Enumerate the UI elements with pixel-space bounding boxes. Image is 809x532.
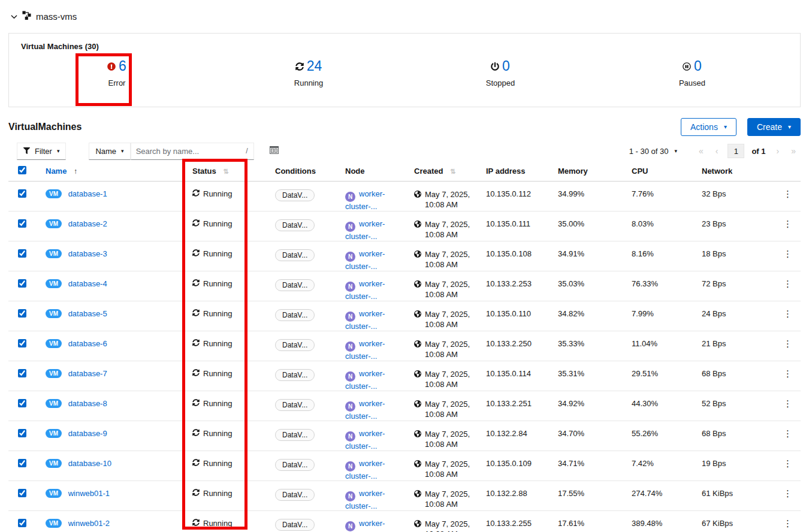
status-tile-running[interactable]: 24 Running [213, 59, 404, 87]
condition-badge[interactable]: DataV... [275, 429, 315, 441]
column-header-status[interactable]: Status ⇅ [183, 161, 265, 182]
vm-name-link[interactable]: database-7 [68, 369, 107, 378]
row-checkbox[interactable] [18, 339, 26, 347]
vm-name-link[interactable]: database-8 [68, 399, 107, 408]
column-header-created[interactable]: Created ⇅ [404, 161, 476, 182]
row-checkbox[interactable] [18, 489, 26, 497]
condition-badge[interactable]: DataV... [275, 249, 315, 261]
row-checkbox[interactable] [18, 249, 26, 258]
globe-icon [414, 520, 421, 532]
vm-name-link[interactable]: database-6 [68, 339, 107, 348]
row-checkbox[interactable] [18, 399, 26, 407]
condition-badge[interactable]: DataV... [275, 489, 315, 501]
previous-page-button[interactable]: ‹ [711, 145, 723, 157]
current-page-input[interactable] [728, 144, 744, 158]
vm-name-link[interactable]: database-5 [68, 309, 107, 318]
ip-address-cell: 10.133.2.253 [476, 271, 548, 301]
condition-badge[interactable]: DataV... [275, 339, 315, 351]
row-checkbox[interactable] [18, 309, 26, 318]
row-actions-kebab[interactable]: ⋮ [780, 399, 796, 408]
sync-icon [192, 219, 200, 228]
row-actions-kebab[interactable]: ⋮ [780, 189, 796, 198]
row-checkbox[interactable] [18, 429, 26, 437]
status-text: Running [203, 249, 232, 258]
vm-name-link[interactable]: database-2 [68, 219, 107, 228]
caret-down-icon: ▾ [674, 148, 677, 154]
chevron-down-icon[interactable] [11, 13, 17, 20]
node-kind-badge: N [345, 192, 355, 202]
manage-columns-button[interactable] [270, 146, 279, 156]
row-actions-kebab[interactable]: ⋮ [780, 489, 796, 498]
ip-address-cell: 10.135.0.110 [476, 301, 548, 331]
row-checkbox[interactable] [18, 369, 26, 377]
condition-badge[interactable]: DataV... [275, 219, 315, 231]
sync-icon [192, 519, 200, 528]
status-text: Running [203, 339, 232, 348]
table-row: VM database-10 Running DataV... Nworker-… [8, 451, 801, 481]
condition-badge[interactable]: DataV... [275, 519, 315, 531]
search-input[interactable] [131, 147, 244, 156]
running-tile-label: Running [294, 78, 323, 87]
row-checkbox[interactable] [18, 519, 26, 527]
row-checkbox[interactable] [18, 219, 26, 228]
first-page-button[interactable]: « [694, 145, 708, 157]
created-timestamp: May 7, 2025, 10:08 AM [414, 429, 472, 449]
vm-name-link[interactable]: database-9 [68, 429, 107, 438]
row-actions-kebab[interactable]: ⋮ [780, 249, 796, 258]
row-checkbox[interactable] [18, 459, 26, 467]
next-page-button[interactable]: › [772, 145, 784, 157]
row-checkbox[interactable] [18, 189, 26, 198]
vm-name-link[interactable]: winweb01-2 [68, 519, 110, 528]
network-cell: 61 KiBps [692, 481, 770, 511]
error-count-link[interactable]: 6 [119, 59, 126, 73]
cpu-cell: 274.74% [622, 481, 692, 511]
row-checkbox[interactable] [18, 279, 26, 288]
running-count-link[interactable]: 24 [307, 59, 322, 73]
node-kind-badge: N [345, 222, 355, 232]
row-actions-kebab[interactable]: ⋮ [780, 279, 796, 288]
vm-name-link[interactable]: database-10 [68, 459, 111, 468]
create-button[interactable]: Create ▾ [747, 118, 801, 136]
row-actions-kebab[interactable]: ⋮ [780, 429, 796, 438]
pagination: 1 - 30 of 30 ▾ « ‹ of 1 › » [629, 144, 801, 158]
vm-status: Running [192, 309, 232, 318]
filter-dropdown[interactable]: Filter ▾ [17, 143, 66, 160]
caret-down-icon: ▾ [57, 148, 60, 154]
row-actions-kebab[interactable]: ⋮ [780, 339, 796, 348]
condition-badge[interactable]: DataV... [275, 189, 315, 201]
condition-badge[interactable]: DataV... [275, 309, 315, 321]
ip-address-cell: 10.135.0.112 [476, 182, 548, 211]
vm-kind-badge: VM [46, 219, 62, 228]
row-actions-kebab[interactable]: ⋮ [780, 369, 796, 378]
vm-name-link[interactable]: database-4 [68, 279, 107, 288]
vm-table: Name ↑ Status ⇅ Conditions Node Created … [8, 161, 801, 532]
sync-icon [192, 429, 200, 438]
row-actions-kebab[interactable]: ⋮ [780, 459, 796, 468]
pagination-range-dropdown[interactable]: 1 - 30 of 30 ▾ [629, 147, 677, 156]
stopped-count-link[interactable]: 0 [502, 59, 510, 73]
row-actions-kebab[interactable]: ⋮ [780, 519, 796, 528]
condition-badge[interactable]: DataV... [275, 399, 315, 411]
column-header-ip-address: IP address [476, 161, 548, 182]
status-tile-stopped[interactable]: 0 Stopped [404, 59, 596, 87]
status-text: Running [203, 309, 232, 318]
column-header-name[interactable]: Name ↑ [36, 161, 183, 182]
condition-badge[interactable]: DataV... [275, 279, 315, 291]
memory-cell: 17.61% [548, 511, 622, 532]
status-tile-error[interactable]: 6 Error [21, 59, 213, 87]
globe-icon [414, 310, 421, 330]
vm-name-link[interactable]: database-1 [68, 189, 107, 198]
condition-badge[interactable]: DataV... [275, 369, 315, 381]
row-actions-kebab[interactable]: ⋮ [780, 219, 796, 228]
paused-count-link[interactable]: 0 [694, 59, 702, 73]
vm-name-link[interactable]: database-3 [68, 249, 107, 258]
last-page-button[interactable]: » [786, 145, 801, 157]
row-actions-kebab[interactable]: ⋮ [780, 309, 796, 318]
table-row: VM database-8 Running DataV... Nworker-c… [8, 391, 801, 421]
vm-name-link[interactable]: winweb01-1 [68, 489, 110, 498]
condition-badge[interactable]: DataV... [275, 459, 315, 471]
search-attribute-dropdown[interactable]: Name ▾ [89, 143, 130, 160]
select-all-checkbox[interactable] [18, 166, 26, 174]
status-tile-paused[interactable]: 0 Paused [596, 59, 788, 87]
actions-button[interactable]: Actions ▾ [681, 118, 736, 136]
